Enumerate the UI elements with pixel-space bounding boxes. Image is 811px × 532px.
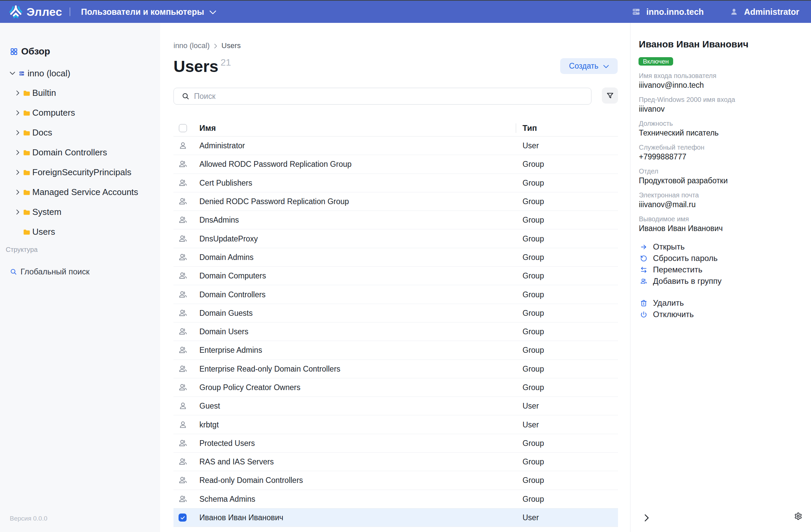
settings-button[interactable] [794, 512, 803, 521]
chevron-right-icon [16, 110, 19, 115]
sidebar-tree-root[interactable]: inno (local) [0, 66, 160, 80]
row-type: Group [522, 457, 544, 467]
group-icon [179, 215, 187, 224]
select-all-checkbox[interactable] [179, 124, 187, 132]
sidebar-tree-item-domain-controllers[interactable]: Domain Controllers [0, 142, 160, 163]
action-rotate-ccw[interactable]: Сбросить пароль [640, 253, 722, 264]
row-type: Group [522, 234, 544, 243]
create-button[interactable]: Создать [560, 58, 618, 74]
tree-item-label: Users [32, 227, 55, 237]
row-name: Domain Computers [199, 271, 266, 280]
table-row[interactable]: Denied RODC Password Replication Group G… [173, 192, 618, 211]
table-row[interactable]: krbtgt User [173, 415, 618, 434]
table-row[interactable]: Domain Users Group [173, 322, 618, 341]
table-row[interactable]: Domain Computers Group [173, 267, 618, 285]
user-icon [179, 420, 187, 429]
user-menu[interactable]: Administrator [730, 7, 799, 17]
breadcrumb-parent[interactable]: inno (local) [173, 41, 210, 50]
search-icon [10, 268, 17, 275]
sidebar-tree-item-foreignsecurityprincipals[interactable]: ForeignSecurityPrincipals [0, 163, 160, 182]
detail-field: Электронная почта iiivanov@mail.ru [639, 191, 807, 210]
row-type: User [522, 401, 539, 411]
sidebar-tree-item-managed-service-accounts[interactable]: Managed Service Accounts [0, 182, 160, 202]
sidebar-tree-item-computers[interactable]: Computers [0, 103, 160, 123]
field-value: +7999888777 [639, 152, 807, 162]
folder-icon [23, 109, 30, 116]
row-name: Protected Users [199, 439, 255, 447]
panel-collapse-button[interactable] [642, 513, 651, 522]
field-label: Пред-Windows 2000 имя входа [639, 95, 807, 104]
detail-field: Выводимое имя Иванов Иван Иванович [639, 215, 807, 233]
table-row[interactable]: Group Policy Creator Owners Group [173, 378, 618, 397]
global-search-label: Глобальный поиск [20, 267, 89, 276]
action-label: Переместить [653, 265, 702, 274]
sidebar-item-overview[interactable]: Обзор [0, 45, 160, 58]
row-type: User [522, 420, 539, 429]
action-user-add[interactable]: Добавить в группу [640, 275, 722, 287]
details-panel: Иванов Иван Иванович Включен Имя входа п… [630, 23, 811, 532]
column-header-type: Тип [522, 123, 537, 133]
action-trash[interactable]: Удалить [640, 297, 694, 309]
table-row[interactable]: Allowed RODC Password Replication Group … [173, 155, 618, 173]
row-type: Group [522, 439, 544, 447]
field-label: Отдел [639, 167, 807, 176]
column-separator [516, 123, 516, 133]
table-row[interactable]: Domain Guests Group [173, 304, 618, 322]
brand-name: Эллес [27, 5, 62, 18]
table-row[interactable]: Domain Admins Group [173, 248, 618, 267]
sidebar-tree-item-docs[interactable]: Docs [0, 123, 160, 142]
action-label: Сбросить пароль [653, 254, 718, 263]
grid-icon [11, 48, 17, 55]
table-row[interactable]: Enterprise Admins Group [173, 341, 618, 360]
chevron-right-icon [645, 514, 649, 521]
brand-logo-icon [10, 5, 22, 18]
table-row[interactable]: Protected Users Group [173, 434, 618, 453]
table-row[interactable]: DnsUpdateProxy Group [173, 229, 618, 248]
user-avatar-icon [730, 8, 738, 15]
item-count: 21 [220, 57, 231, 68]
server-icon [632, 8, 640, 15]
row-type: Group [522, 271, 544, 280]
row-name: Enterprise Admins [199, 346, 262, 355]
domain-indicator[interactable]: inno.inno.tech [632, 7, 704, 17]
chevron-down-icon [210, 11, 216, 14]
sidebar-item-global-search[interactable]: Глобальный поиск [0, 265, 160, 278]
table-row[interactable]: Иванов Иван Иванович User [173, 508, 618, 527]
row-checkbox-checked[interactable] [179, 514, 187, 521]
table-row[interactable]: DnsAdmins Group [173, 211, 618, 229]
action-swap-arrows[interactable]: Переместить [640, 264, 722, 275]
row-type: Group [522, 383, 544, 392]
table-row[interactable]: Guest User [173, 397, 618, 415]
app-switcher[interactable]: Пользователи и компьютеры [81, 7, 216, 17]
table-row[interactable]: Schema Admins Group [173, 490, 618, 508]
table-row[interactable]: Cert Publishers Group [173, 174, 618, 192]
sidebar-tree-item-system[interactable]: System [0, 202, 160, 222]
action-arrow-right[interactable]: Открыть [640, 241, 722, 253]
row-type: Group [522, 476, 544, 485]
action-power[interactable]: Отключить [640, 309, 694, 320]
table-row[interactable]: Domain Controllers Group [173, 285, 618, 304]
search-input[interactable] [194, 88, 591, 104]
row-type: Group [522, 364, 544, 373]
table-row[interactable]: RAS and IAS Servers Group [173, 453, 618, 471]
arrow-right-icon [640, 243, 647, 250]
filter-button[interactable] [602, 88, 618, 104]
sidebar-tree-item-builtin[interactable]: Builtin [0, 83, 160, 103]
table-row[interactable]: Enterprise Read-only Domain Controllers … [173, 360, 618, 378]
group-icon [179, 439, 187, 447]
row-name: Schema Admins [199, 494, 255, 503]
field-label: Электронная почта [639, 191, 807, 199]
row-name: Guest [199, 401, 220, 411]
sidebar-tree-item-users[interactable]: Users [0, 222, 160, 242]
panel-title: Иванов Иван Иванович [639, 39, 748, 50]
topbar: Эллес Пользователи и компьютеры inno.inn… [0, 1, 811, 23]
detail-fields: Имя входа пользователя iiivanov@inno.tec… [639, 71, 807, 239]
table-row[interactable]: Read-only Domain Controllers Group [173, 471, 618, 490]
row-name: DnsAdmins [199, 215, 239, 225]
table-row[interactable]: Administrator User [173, 137, 618, 155]
row-name: Domain Guests [199, 308, 253, 317]
folder-icon [23, 209, 30, 215]
action-label: Отключить [653, 310, 694, 319]
row-type: Group [522, 346, 544, 355]
folder-icon [23, 169, 30, 176]
